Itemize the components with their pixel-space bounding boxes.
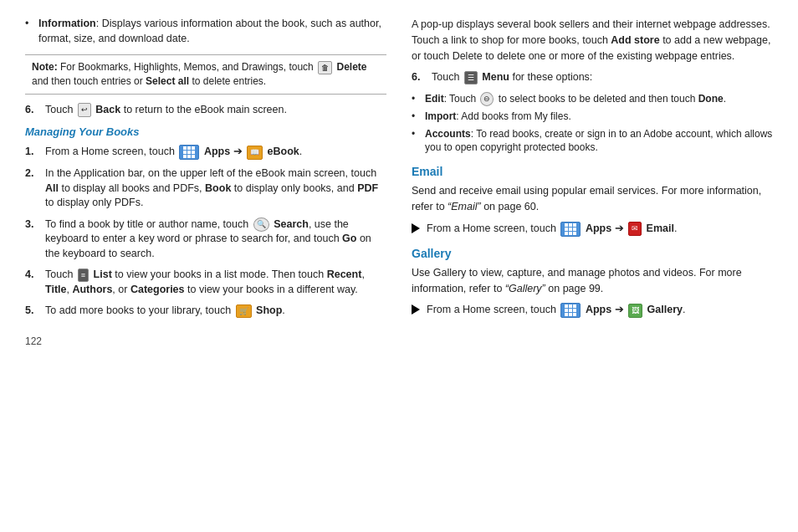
step-1-content: From a Home screen, touch Apps ➔ 📖 eBook… — [45, 145, 386, 160]
step-4-text1: Touch — [45, 269, 76, 280]
gallery-app-icon: 🖼 — [628, 304, 642, 318]
step-3-num: 3. — [25, 217, 45, 262]
right-step-6-text1: Touch — [432, 71, 463, 83]
shop-icon: 🛒 — [236, 304, 252, 319]
step-2-text4: to display only PDFs. — [45, 197, 143, 208]
gallery-arrow-text: From a Home screen, touch Apps ➔ 🖼 Galle… — [427, 303, 685, 318]
gallery-apps-label: Apps — [586, 304, 611, 316]
list-label: List — [94, 269, 112, 280]
menu-icon: ☰ — [464, 71, 478, 85]
accounts-text: : To read books, create or sign in to an… — [425, 128, 772, 154]
step-2-num: 2. — [25, 166, 45, 211]
step-6-content: Touch ↩ Back to return to the eBook main… — [45, 103, 386, 118]
edit-circle-icon: ⊖ — [480, 92, 494, 106]
back-icon: ↩ — [78, 103, 91, 117]
step-4-num: 4. — [25, 268, 45, 297]
page-number: 122 — [25, 335, 386, 347]
gallery-arrow-sym: ➔ — [615, 304, 624, 316]
select-all-label: Select all — [146, 75, 189, 87]
title-label: Title — [45, 284, 66, 295]
email-arrow-text: From a Home screen, touch Apps ➔ ✉ Email… — [427, 222, 677, 237]
left-column: Information: Displays various informatio… — [25, 17, 386, 347]
step-2-content: In the Application bar, on the upper lef… — [45, 166, 386, 211]
right-column: A pop-up displays several book sellers a… — [412, 17, 773, 347]
note-text2: and then touch entries or — [32, 75, 146, 87]
edit-text: : Touch — [444, 93, 479, 105]
email-app-icon: ✉ — [628, 222, 642, 236]
step-5: 5. To add more books to your library, to… — [25, 304, 386, 319]
step-6-text1: Touch — [45, 104, 76, 115]
categories-label: Categories — [130, 284, 185, 295]
right-step-6-text2: for these options: — [509, 71, 592, 83]
step-4: 4. Touch ≡ List to view your books in a … — [25, 268, 386, 297]
delete-label: Delete — [336, 61, 366, 73]
apps-label-1: Apps — [204, 146, 230, 158]
authors-label: Authors — [72, 284, 112, 295]
step-3-text1: To find a book by title or author name, … — [45, 218, 252, 230]
comma3: , or — [112, 284, 130, 295]
step-1-num: 1. — [25, 145, 45, 160]
step-2-text: In the Application bar, on the upper lef… — [45, 167, 376, 179]
import-text: : Add books from My files. — [456, 110, 570, 122]
sub-bullet-edit: Edit: Touch ⊖ to select books to be dele… — [412, 92, 773, 106]
email-section-title: Email — [412, 165, 773, 178]
go-label: Go — [342, 233, 356, 244]
step-1-text1: From a Home screen, touch — [45, 146, 177, 158]
step-2-text2: to display all books and PDFs, — [59, 182, 205, 194]
gallery-arrow-triangle — [412, 304, 420, 315]
list-icon: ≡ — [78, 269, 89, 283]
email-apps-icon — [560, 222, 581, 237]
step-5-text2: . — [282, 304, 284, 316]
edit-label: Edit — [425, 93, 444, 105]
right-step-6: 6. Touch ☰ Menu for these options: — [412, 70, 773, 85]
note-label: Note: — [32, 61, 58, 73]
accounts-label: Accounts — [425, 128, 471, 140]
email-ref: “Email” — [448, 201, 481, 212]
note-text3: to delete entries. — [189, 75, 266, 87]
step-2-text3: to display only books, and — [231, 182, 357, 194]
step-4-text2: to view your books in a list mode. Then … — [112, 269, 327, 280]
search-label: Search — [274, 218, 309, 230]
ebook-icon: 📖 — [247, 146, 263, 160]
right-step-6-content: Touch ☰ Menu for these options: — [432, 70, 773, 85]
step-2: 2. In the Application bar, on the upper … — [25, 166, 386, 211]
recent-label: Recent — [327, 269, 362, 280]
step-6-text2: to return to the eBook main screen. — [120, 104, 287, 115]
step-1-arrow: ➔ — [233, 146, 243, 158]
gallery-apps-icon — [560, 303, 581, 318]
menu-label: Menu — [482, 71, 509, 83]
gallery-section-title: Gallery — [412, 247, 773, 260]
gallery-label: Gallery — [647, 304, 683, 316]
sub-bullet-accounts: Accounts: To read books, create or sign … — [412, 127, 773, 156]
comma1: , — [361, 269, 364, 280]
gallery-ref: “Gallery” — [505, 283, 545, 294]
step-1: 1. From a Home screen, touch Apps ➔ 📖 eB… — [25, 145, 386, 160]
step-6-num: 6. — [25, 103, 45, 118]
step-3: 3. To find a book by title or author nam… — [25, 217, 386, 262]
gallery-para2: on page 99. — [545, 283, 604, 294]
email-para: Send and receive email using popular ema… — [412, 183, 773, 215]
email-arrow-triangle — [412, 223, 420, 233]
note-box: Note: For Bookmarks, Highlights, Memos, … — [25, 54, 386, 95]
email-apps-label: Apps — [586, 223, 611, 234]
email-arrow-sym: ➔ — [615, 223, 624, 234]
search-icon: 🔍 — [253, 217, 269, 232]
managing-books-heading: Managing Your Books — [25, 125, 386, 138]
gallery-arrow-row: From a Home screen, touch Apps ➔ 🖼 Galle… — [412, 303, 773, 318]
ebook-label: eBook — [268, 146, 299, 158]
import-label: Import — [425, 110, 456, 122]
book-label: Book — [205, 182, 231, 194]
step-3-content: To find a book by title or author name, … — [45, 217, 386, 262]
gallery-period: . — [683, 304, 685, 316]
email-arrow-row: From a Home screen, touch Apps ➔ ✉ Email… — [412, 222, 773, 237]
step-5-text1: To add more books to your library, touch — [45, 304, 234, 316]
add-store-label: Add store — [611, 34, 659, 46]
note-text1: For Bookmarks, Highlights, Memos, and Dr… — [58, 61, 316, 73]
step-4-content: Touch ≡ List to view your books in a lis… — [45, 268, 386, 297]
shop-label: Shop — [256, 304, 282, 316]
back-label: Back — [95, 104, 120, 115]
bullet-info-label: Information — [38, 18, 96, 29]
page-container: Information: Displays various informatio… — [25, 17, 773, 347]
gallery-from-text: From a Home screen, touch — [427, 304, 559, 316]
delete-icon: 🗑 — [318, 61, 332, 75]
